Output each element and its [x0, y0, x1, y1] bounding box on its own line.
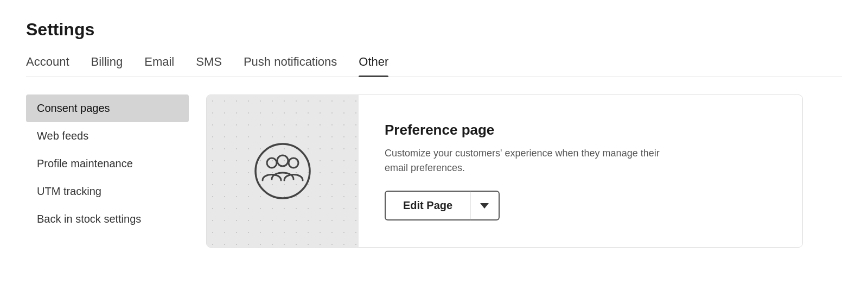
preference-page-card: Preference page Customize your customers… — [206, 94, 803, 248]
tab-email[interactable]: Email — [144, 55, 174, 77]
tab-sms[interactable]: SMS — [196, 55, 222, 77]
tab-push-notifications[interactable]: Push notifications — [244, 55, 337, 77]
card-thumbnail — [207, 95, 359, 247]
sidebar-item-back-in-stock[interactable]: Back in stock settings — [26, 205, 189, 233]
people-group-icon — [253, 141, 312, 201]
sidebar-item-utm-tracking[interactable]: UTM tracking — [26, 178, 189, 205]
svg-point-3 — [289, 158, 298, 168]
settings-page: Settings Account Billing Email SMS Push … — [0, 0, 868, 248]
main-content: Preference page Customize your customers… — [189, 94, 842, 248]
sidebar-item-consent-pages[interactable]: Consent pages — [26, 94, 189, 122]
sidebar-item-profile-maintenance[interactable]: Profile maintenance — [26, 150, 189, 178]
edit-page-button[interactable]: Edit Page — [385, 191, 470, 220]
svg-point-2 — [277, 155, 288, 166]
card-body: Preference page Customize your customers… — [359, 95, 693, 247]
sidebar-item-web-feeds[interactable]: Web feeds — [26, 122, 189, 150]
tab-billing[interactable]: Billing — [91, 55, 123, 77]
page-title: Settings — [26, 20, 842, 40]
edit-page-dropdown-button[interactable] — [470, 191, 500, 220]
content-area: Consent pages Web feeds Profile maintena… — [26, 94, 842, 248]
tab-other[interactable]: Other — [359, 55, 388, 77]
svg-point-0 — [256, 144, 310, 198]
dropdown-arrow-icon — [480, 203, 489, 209]
edit-page-button-group: Edit Page — [385, 191, 667, 220]
tabs-nav: Account Billing Email SMS Push notificat… — [26, 55, 842, 77]
card-description: Customize your customers' experience whe… — [385, 146, 667, 175]
svg-point-1 — [267, 158, 277, 168]
sidebar: Consent pages Web feeds Profile maintena… — [26, 94, 189, 248]
card-title: Preference page — [385, 122, 667, 138]
tab-account[interactable]: Account — [26, 55, 69, 77]
